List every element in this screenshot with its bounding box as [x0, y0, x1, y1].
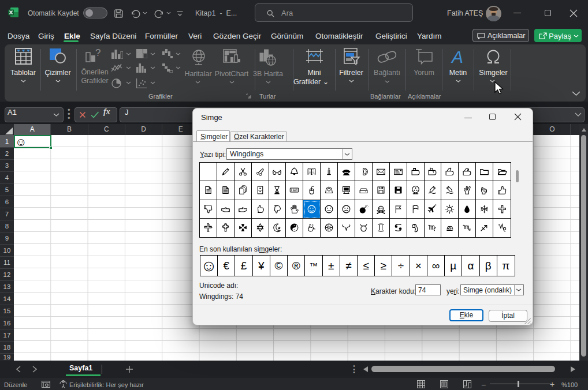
svg-text:?: ?: [95, 48, 101, 58]
svg-text:A: A: [451, 48, 463, 65]
